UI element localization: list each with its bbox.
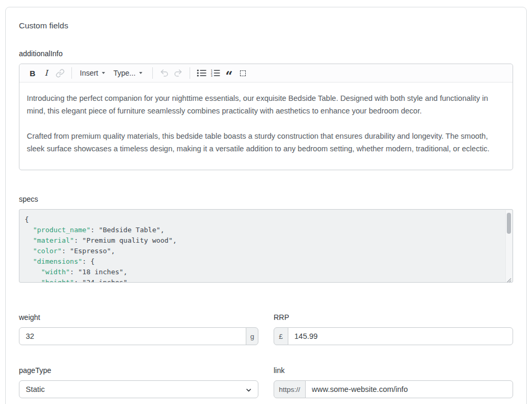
- panel-title: Custom fields: [19, 21, 513, 30]
- rrp-currency-addon: £: [274, 327, 288, 345]
- caret-down-icon: [139, 72, 142, 74]
- code-scrollbar-track[interactable]: [505, 210, 512, 282]
- numbered-list-icon: 123: [211, 69, 220, 77]
- bullet-list-button[interactable]: [195, 66, 208, 80]
- specs-label: specs: [19, 195, 513, 203]
- resize-handle[interactable]: [506, 276, 512, 281]
- link-label: link: [274, 366, 513, 375]
- caret-down-icon: [102, 72, 105, 74]
- code-line: "height": "24 inches": [25, 277, 500, 283]
- bold-button[interactable]: B: [26, 66, 39, 80]
- numbered-list-button[interactable]: 123: [208, 66, 222, 80]
- redo-icon: [173, 68, 183, 78]
- toolbar-divider: [152, 67, 153, 79]
- link-input[interactable]: [305, 380, 513, 398]
- link-field: link https://: [274, 366, 513, 398]
- code-line: "dimensions": {: [25, 256, 500, 267]
- page-type-select[interactable]: Static: [19, 380, 258, 398]
- weight-unit-addon: g: [246, 327, 258, 345]
- code-line: "color": "Espresso",: [25, 246, 500, 256]
- italic-button[interactable]: I: [39, 66, 53, 80]
- toolbar-divider: [190, 67, 190, 79]
- code-line: {: [25, 214, 500, 225]
- weight-field: weight g: [19, 313, 258, 345]
- specs-field: specs { "product_name": "Bedside Table",…: [19, 195, 513, 283]
- redo-button[interactable]: [171, 66, 185, 80]
- insert-dropdown[interactable]: Insert: [77, 66, 108, 80]
- editor-paragraph: Introducing the perfect companion for yo…: [27, 92, 505, 117]
- code-line: "product_name": "Bedside Table",: [25, 225, 500, 235]
- undo-icon: [160, 68, 169, 78]
- additional-info-label: additionalInfo: [19, 49, 513, 58]
- horizontal-rule-button[interactable]: [236, 66, 249, 80]
- link-protocol-addon: https://: [274, 380, 306, 398]
- link-icon: [56, 69, 65, 78]
- custom-fields-panel: Custom fields additionalInfo B I Insert …: [5, 7, 527, 404]
- code-line: "width": "18 inches",: [25, 267, 500, 277]
- svg-text:3: 3: [211, 74, 213, 77]
- code-scrollbar-thumb[interactable]: [507, 213, 511, 234]
- blockquote-button[interactable]: “: [222, 66, 236, 80]
- toolbar-divider: [71, 67, 72, 79]
- rich-text-editor: B I Insert Type...: [19, 64, 513, 170]
- page-type-field: pageType Static: [19, 366, 258, 398]
- dashed-box-icon: [240, 70, 246, 76]
- editor-toolbar: B I Insert Type...: [19, 64, 513, 82]
- insert-dropdown-label: Insert: [80, 69, 98, 77]
- link-button[interactable]: [53, 66, 67, 80]
- rrp-field: RRP £: [274, 313, 513, 345]
- weight-input[interactable]: [19, 327, 246, 345]
- blockquote-icon: “: [225, 67, 233, 79]
- editor-content-area[interactable]: Introducing the perfect companion for yo…: [19, 82, 513, 170]
- rrp-label: RRP: [274, 313, 513, 322]
- bullet-list-icon: [197, 69, 206, 77]
- rrp-input[interactable]: [288, 327, 513, 345]
- editor-paragraph: Crafted from premium quality materials, …: [27, 130, 505, 155]
- weight-label: weight: [19, 313, 258, 322]
- code-line: "material": "Premium quality wood",: [25, 235, 500, 246]
- specs-code-editor[interactable]: { "product_name": "Bedside Table", "mate…: [19, 209, 513, 283]
- undo-button[interactable]: [158, 66, 171, 80]
- page-type-label: pageType: [19, 366, 258, 375]
- type-dropdown-label: Type...: [113, 69, 135, 77]
- type-dropdown[interactable]: Type...: [110, 66, 145, 80]
